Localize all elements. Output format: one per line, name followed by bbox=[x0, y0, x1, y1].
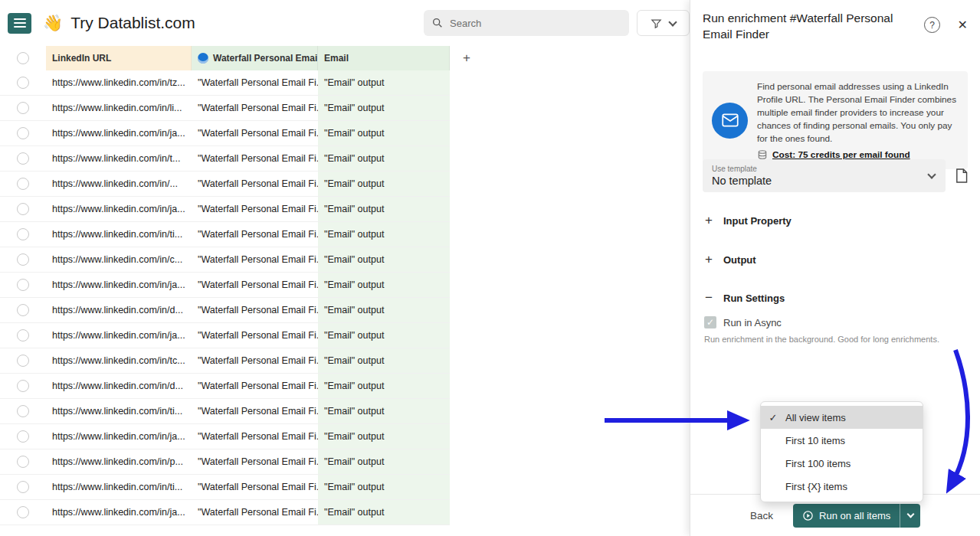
cell-waterfall[interactable]: "Waterfall Personal Email Fi... bbox=[192, 348, 318, 373]
column-header-linkedin-url[interactable]: LinkedIn URL bbox=[46, 46, 192, 70]
table-row[interactable]: https://www.linkedin.com/in/ja..."Waterf… bbox=[0, 273, 450, 298]
cell-email[interactable]: "Email" output bbox=[318, 475, 450, 499]
cell-email[interactable]: "Email" output bbox=[318, 298, 450, 322]
cell-linkedin-url[interactable]: https://www.linkedin.com/in/c... bbox=[46, 247, 192, 272]
row-checkbox[interactable] bbox=[17, 279, 29, 291]
cell-linkedin-url[interactable]: https://www.linkedin.com/in/ja... bbox=[46, 500, 192, 525]
row-checkbox[interactable] bbox=[17, 102, 29, 114]
row-checkbox[interactable] bbox=[17, 304, 29, 316]
cell-linkedin-url[interactable]: https://www.linkedin.com/in/tz... bbox=[46, 70, 192, 95]
cell-linkedin-url[interactable]: https://www.linkedin.com/in/... bbox=[46, 172, 192, 196]
cell-waterfall[interactable]: "Waterfall Personal Email Fi... bbox=[192, 121, 318, 145]
row-checkbox[interactable] bbox=[17, 127, 29, 139]
cell-email[interactable]: "Email" output bbox=[318, 348, 450, 373]
cell-waterfall[interactable]: "Waterfall Personal Email Fi... bbox=[192, 374, 318, 398]
close-icon[interactable]: ✕ bbox=[958, 17, 968, 33]
cell-waterfall[interactable]: "Waterfall Personal Email Fi... bbox=[192, 475, 318, 499]
cell-linkedin-url[interactable]: https://www.linkedin.com/in/ti... bbox=[46, 399, 192, 423]
cell-linkedin-url[interactable]: https://www.linkedin.com/in/ja... bbox=[46, 323, 192, 348]
cell-waterfall[interactable]: "Waterfall Personal Email Fi... bbox=[192, 96, 318, 120]
table-row[interactable]: https://www.linkedin.com/in/ja..."Waterf… bbox=[0, 323, 450, 348]
cell-linkedin-url[interactable]: https://www.linkedin.com/in/ja... bbox=[46, 197, 192, 221]
template-select[interactable]: Use template No template bbox=[703, 159, 946, 192]
table-row[interactable]: https://www.linkedin.com/in/ja..."Waterf… bbox=[0, 197, 450, 222]
template-file-icon[interactable] bbox=[955, 168, 968, 184]
cell-email[interactable]: "Email" output bbox=[318, 323, 450, 348]
menu-button[interactable] bbox=[8, 13, 31, 34]
cell-email[interactable]: "Email" output bbox=[318, 146, 450, 171]
cell-email[interactable]: "Email" output bbox=[318, 273, 450, 297]
row-checkbox[interactable] bbox=[17, 178, 29, 190]
cell-email[interactable]: "Email" output bbox=[318, 172, 450, 196]
table-row[interactable]: https://www.linkedin.com/in/t..."Waterfa… bbox=[0, 146, 450, 172]
cell-email[interactable]: "Email" output bbox=[318, 374, 450, 398]
help-icon[interactable]: ? bbox=[924, 17, 940, 33]
cell-waterfall[interactable]: "Waterfall Personal Email Fi... bbox=[192, 500, 318, 525]
table-row[interactable]: https://www.linkedin.com/in/p..."Waterfa… bbox=[0, 449, 450, 475]
cell-waterfall[interactable]: "Waterfall Personal Email Fi... bbox=[192, 273, 318, 297]
table-row[interactable]: https://www.linkedin.com/in/c..."Waterfa… bbox=[0, 247, 450, 273]
section-run-settings[interactable]: − Run Settings bbox=[704, 290, 785, 306]
run-options-button[interactable] bbox=[900, 504, 920, 528]
table-row[interactable]: https://www.linkedin.com/in/ti..."Waterf… bbox=[0, 475, 450, 500]
cell-waterfall[interactable]: "Waterfall Personal Email Fi... bbox=[192, 247, 318, 272]
section-output[interactable]: + Output bbox=[704, 252, 756, 267]
table-row[interactable]: https://www.linkedin.com/in/d..."Waterfa… bbox=[0, 298, 450, 323]
cell-linkedin-url[interactable]: https://www.linkedin.com/in/d... bbox=[46, 298, 192, 322]
row-checkbox[interactable] bbox=[17, 329, 29, 342]
cell-waterfall[interactable]: "Waterfall Personal Email Fi... bbox=[192, 70, 318, 95]
cell-linkedin-url[interactable]: https://www.linkedin.com/in/tc... bbox=[46, 348, 192, 373]
cell-waterfall[interactable]: "Waterfall Personal Email Fi... bbox=[192, 399, 318, 423]
cell-waterfall[interactable]: "Waterfall Personal Email Fi... bbox=[192, 449, 318, 474]
add-column-button[interactable]: + bbox=[450, 46, 483, 70]
cell-linkedin-url[interactable]: https://www.linkedin.com/in/li... bbox=[46, 96, 192, 120]
table-row[interactable]: https://www.linkedin.com/in/..."Waterfal… bbox=[0, 172, 450, 197]
cell-email[interactable]: "Email" output bbox=[318, 222, 450, 247]
filter-control[interactable] bbox=[637, 10, 690, 36]
cell-waterfall[interactable]: "Waterfall Personal Email Fi... bbox=[192, 146, 318, 171]
row-checkbox[interactable] bbox=[17, 380, 29, 392]
cell-waterfall[interactable]: "Waterfall Personal Email Fi... bbox=[192, 197, 318, 221]
row-checkbox[interactable] bbox=[17, 77, 29, 89]
cell-waterfall[interactable]: "Waterfall Personal Email Fi... bbox=[192, 222, 318, 247]
cell-email[interactable]: "Email" output bbox=[318, 121, 450, 145]
cell-linkedin-url[interactable]: https://www.linkedin.com/in/ja... bbox=[46, 273, 192, 297]
table-row[interactable]: https://www.linkedin.com/in/ja..."Waterf… bbox=[0, 121, 450, 146]
cell-waterfall[interactable]: "Waterfall Personal Email Fi... bbox=[192, 298, 318, 322]
table-row[interactable]: https://www.linkedin.com/in/tz..."Waterf… bbox=[0, 70, 450, 96]
column-header-waterfall[interactable]: Waterfall Personal Email... bbox=[192, 46, 318, 70]
row-checkbox[interactable] bbox=[17, 203, 29, 215]
row-checkbox[interactable] bbox=[17, 506, 29, 518]
cell-email[interactable]: "Email" output bbox=[318, 399, 450, 423]
section-input-property[interactable]: + Input Property bbox=[704, 213, 792, 228]
cell-waterfall[interactable]: "Waterfall Personal Email Fi... bbox=[192, 424, 318, 449]
table-row[interactable]: https://www.linkedin.com/in/ja..."Waterf… bbox=[0, 500, 450, 525]
row-checkbox[interactable] bbox=[17, 355, 29, 367]
run-button[interactable]: Run on all items bbox=[793, 504, 900, 528]
run-scope-option[interactable]: First {X} items bbox=[761, 475, 923, 498]
table-row[interactable]: https://www.linkedin.com/in/ja..."Waterf… bbox=[0, 424, 450, 449]
table-row[interactable]: https://www.linkedin.com/in/ti..."Waterf… bbox=[0, 399, 450, 424]
cell-waterfall[interactable]: "Waterfall Personal Email Fi... bbox=[192, 172, 318, 196]
run-scope-option[interactable]: First 100 items bbox=[761, 452, 923, 475]
row-checkbox[interactable] bbox=[17, 228, 29, 240]
cell-email[interactable]: "Email" output bbox=[318, 449, 450, 474]
cell-waterfall[interactable]: "Waterfall Personal Email Fi... bbox=[192, 323, 318, 348]
cell-email[interactable]: "Email" output bbox=[318, 197, 450, 221]
cell-linkedin-url[interactable]: https://www.linkedin.com/in/ti... bbox=[46, 475, 192, 499]
cell-email[interactable]: "Email" output bbox=[318, 70, 450, 95]
cell-email[interactable]: "Email" output bbox=[318, 96, 450, 120]
cell-linkedin-url[interactable]: https://www.linkedin.com/in/t... bbox=[46, 146, 192, 171]
row-checkbox[interactable] bbox=[17, 152, 29, 165]
table-row[interactable]: https://www.linkedin.com/in/ti..."Waterf… bbox=[0, 222, 450, 247]
back-button[interactable]: Back bbox=[750, 510, 773, 521]
run-async-checkbox[interactable]: ✓ bbox=[704, 316, 716, 328]
select-all-checkbox[interactable] bbox=[17, 52, 29, 64]
search-box[interactable] bbox=[424, 10, 629, 36]
row-checkbox[interactable] bbox=[17, 481, 29, 493]
cell-email[interactable]: "Email" output bbox=[318, 247, 450, 272]
row-checkbox[interactable] bbox=[17, 430, 29, 443]
run-scope-option[interactable]: ✓All view items bbox=[761, 406, 923, 429]
column-header-email[interactable]: Email bbox=[318, 46, 450, 70]
row-checkbox[interactable] bbox=[17, 456, 29, 468]
